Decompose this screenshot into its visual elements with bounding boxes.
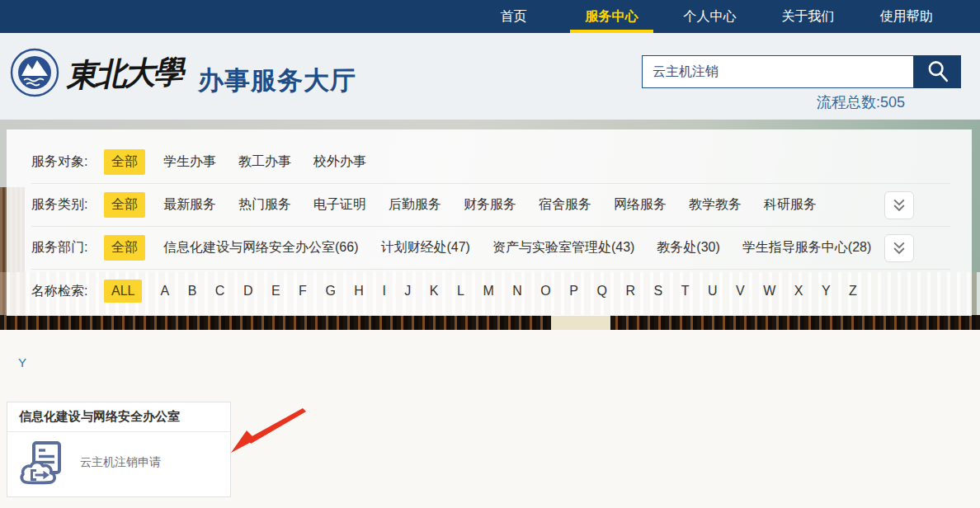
letter-option[interactable]: L [457,284,464,299]
campus-banner: 服务对象: 全部 学生办事教工办事校外办事 服务类别: 全部 最新服务热门服务电… [0,120,980,330]
filter-option[interactable]: 热门服务 [238,196,291,214]
nav-item-personal-center[interactable]: 个人中心 [661,0,759,33]
filter-selected-all[interactable]: 全部 [104,235,145,261]
filter-label: 服务部门: [31,239,104,256]
letter-option[interactable]: W [763,284,775,299]
results-section: Y 信息化建设与网络安全办公室 云主机注销申请 [0,330,980,508]
letter-option[interactable]: S [653,284,662,299]
letter-option[interactable]: M [483,284,493,299]
filter-option[interactable]: 科研服务 [764,196,817,214]
filter-row-department: 服务部门: 全部 信息化建设与网络安全办公室(66)计划财经处(47)资产与实验… [31,227,950,270]
filter-panel: 服务对象: 全部 学生办事教工办事校外办事 服务类别: 全部 最新服务热门服务电… [7,129,972,316]
site-header: 東北大學 办事服务大厅 流程总数:505 [0,33,980,120]
university-calligraphy-logotype: 東北大學 [65,50,191,96]
letter-option[interactable]: T [681,284,690,299]
banner-building-block [551,315,610,330]
filter-option[interactable]: 后勤服务 [389,196,441,214]
filter-option[interactable]: 宿舍服务 [539,196,591,214]
letter-option[interactable]: X [794,284,803,299]
filter-label: 名称检索: [31,283,104,300]
letter-option[interactable]: A [160,284,169,299]
double-chevron-down-icon [890,240,908,256]
filter-option[interactable]: 财务服务 [464,196,516,214]
letter-option[interactable]: I [382,284,385,299]
filter-option[interactable]: 学生指导服务中心(28) [742,239,871,256]
letter-option[interactable]: V [736,284,745,299]
flow-total-value: 505 [880,94,905,111]
banner-building-dark-strip [0,315,980,330]
filter-selected-all[interactable]: 全部 [104,192,145,218]
search-button[interactable] [914,55,961,88]
filter-row-category: 服务类别: 全部 最新服务热门服务电子证明后勤服务财务服务宿舍服务网络服务教学教… [31,184,950,227]
filter-option[interactable]: 电子证明 [313,196,366,214]
letter-option[interactable]: J [404,284,411,299]
department-card-title: 信息化建设与网络安全办公室 [7,402,230,432]
filter-option[interactable]: 教学教务 [689,196,742,214]
letter-group-heading: Y [18,355,26,369]
letter-option[interactable]: E [271,284,280,299]
letter-option[interactable]: R [625,284,635,299]
filter-option[interactable]: 学生办事 [163,153,216,171]
search-input[interactable] [642,55,914,88]
letter-option[interactable]: B [188,284,197,299]
search-icon [924,58,952,86]
letter-index-options: ABCDEFGHIJKLMNOPQRSTUVWXYZ [160,284,875,299]
filter-row-audience: 服务对象: 全部 学生办事教工办事校外办事 [31,141,950,184]
expand-departments-button[interactable] [884,234,914,262]
flow-total-count: 流程总数:505 [817,92,905,112]
letter-option[interactable]: O [540,284,550,299]
service-hall-page: 首页 服务中心 个人中心 关于我们 使用帮助 東北大學 办事服务大厅 流程总 [0,0,980,508]
nav-item-help[interactable]: 使用帮助 [857,0,955,33]
filter-option[interactable]: 教务处(30) [657,239,719,256]
filter-option[interactable]: 最新服务 [163,196,216,214]
letter-option[interactable]: Q [596,284,606,299]
filter-option[interactable]: 信息化建设与网络安全办公室(66) [163,239,358,256]
filter-selected-all[interactable]: 全部 [104,149,145,175]
top-navigation: 首页 服务中心 个人中心 关于我们 使用帮助 [0,0,980,33]
letter-option[interactable]: P [569,284,578,299]
nav-item-service-center[interactable]: 服务中心 [563,0,661,33]
filter-option[interactable]: 校外办事 [313,153,366,171]
letter-option[interactable]: K [430,284,439,299]
filter-option[interactable]: 计划财经处(47) [380,239,469,256]
letter-option[interactable]: C [215,284,225,299]
filter-label: 服务对象: [31,153,104,171]
filter-option[interactable]: 资产与实验室管理处(43) [492,239,634,256]
expand-categories-button[interactable] [884,191,914,219]
nav-item-home[interactable]: 首页 [464,0,563,33]
cloud-document-export-icon [19,440,67,485]
university-seal-logo [10,48,59,97]
letter-option[interactable]: Z [849,284,857,299]
filter-selected-all-letters[interactable]: ALL [104,280,142,303]
filter-options: 信息化建设与网络安全办公室(66)计划财经处(47)资产与实验室管理处(43)教… [163,239,893,256]
flow-total-label: 流程总数: [817,94,880,111]
letter-option[interactable]: D [243,284,253,299]
filter-option[interactable]: 教工办事 [238,153,291,171]
letter-option[interactable]: U [708,284,718,299]
letter-option[interactable]: G [325,284,335,299]
filter-options: 最新服务热门服务电子证明后勤服务财务服务宿舍服务网络服务教学教务科研服务 [163,196,839,214]
letter-option[interactable]: H [354,284,364,299]
service-item-cloud-host-cancellation[interactable]: 云主机注销申请 [7,432,230,496]
double-chevron-down-icon [890,197,908,214]
letter-option[interactable]: F [299,284,307,299]
department-card: 信息化建设与网络安全办公室 云主机注销申请 [7,402,231,497]
letter-option[interactable]: N [512,284,522,299]
search-bar [642,55,961,88]
filter-row-name-index: 名称检索: ALL ABCDEFGHIJKLMNOPQRSTUVWXYZ [31,270,950,313]
service-item-label: 云主机注销申请 [80,455,161,470]
letter-option[interactable]: Y [822,284,831,299]
nav-item-about-us[interactable]: 关于我们 [759,0,857,33]
filter-option[interactable]: 网络服务 [614,196,667,214]
filter-label: 服务类别: [31,196,104,214]
filter-options: 学生办事教工办事校外办事 [163,153,389,171]
page-title: 办事服务大厅 [198,64,356,98]
